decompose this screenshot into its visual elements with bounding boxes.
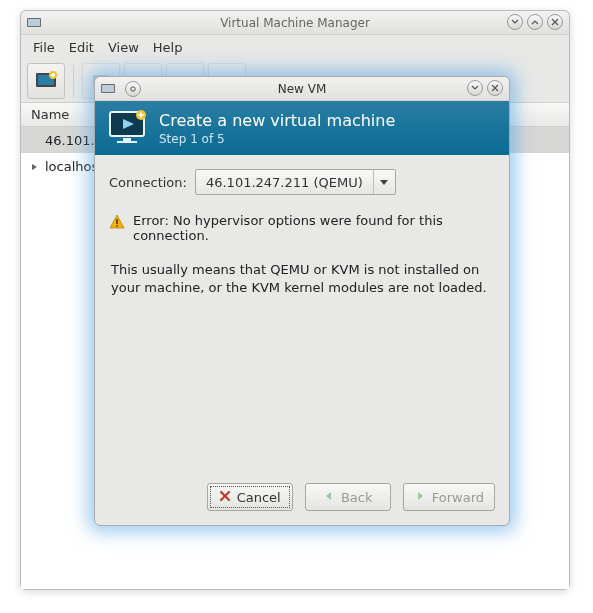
expand-arrow-icon[interactable] <box>31 159 41 174</box>
main-window-title: Virtual Machine Manager <box>21 16 569 30</box>
cancel-icon <box>219 490 231 505</box>
close-button[interactable] <box>547 14 563 30</box>
back-label: Back <box>341 490 373 505</box>
dialog-titlebar: New VM <box>95 77 509 101</box>
svg-marker-15 <box>32 164 37 170</box>
svg-point-18 <box>131 86 135 90</box>
dialog-pin-button[interactable] <box>125 81 141 97</box>
app-icon <box>101 83 115 95</box>
svg-rect-24 <box>117 141 137 143</box>
svg-rect-30 <box>116 219 118 224</box>
svg-marker-34 <box>326 492 331 500</box>
forward-label: Forward <box>432 490 484 505</box>
connection-select-value: 46.101.247.211 (QEMU) <box>196 175 373 190</box>
wizard-step: Step 1 of 5 <box>159 132 395 146</box>
dialog-body: Connection: 46.101.247.211 (QEMU) Error:… <box>95 155 509 473</box>
menu-edit[interactable]: Edit <box>63 38 100 57</box>
connection-label-text: Connection: <box>109 175 187 190</box>
toolbar-separator <box>73 65 74 97</box>
main-titlebar: Virtual Machine Manager <box>21 11 569 35</box>
dialog-actions: Cancel Back Forward <box>95 473 509 525</box>
menubar: File Edit View Help <box>21 35 569 59</box>
error-text: Error: No hypervisor options were found … <box>133 213 495 243</box>
dialog-close-button[interactable] <box>487 80 503 96</box>
svg-marker-35 <box>418 492 423 500</box>
back-arrow-icon <box>323 490 335 505</box>
forward-arrow-icon <box>414 490 426 505</box>
maximize-button[interactable] <box>527 14 543 30</box>
dialog-title: New VM <box>95 82 509 96</box>
wizard-title: Create a new virtual machine <box>159 111 395 130</box>
forward-button: Forward <box>403 483 495 511</box>
wizard-header: Create a new virtual machine Step 1 of 5 <box>95 101 509 155</box>
app-icon <box>27 17 41 29</box>
chevron-down-icon[interactable] <box>373 170 395 194</box>
error-description: This usually means that QEMU or KVM is n… <box>109 261 495 296</box>
back-button: Back <box>305 483 391 511</box>
svg-rect-31 <box>116 225 118 227</box>
svg-marker-28 <box>380 180 388 185</box>
cancel-label: Cancel <box>237 490 281 505</box>
dialog-minimize-button[interactable] <box>467 80 483 96</box>
svg-rect-27 <box>139 114 144 116</box>
warning-icon <box>109 214 125 233</box>
svg-rect-1 <box>28 19 40 26</box>
menu-file[interactable]: File <box>27 38 61 57</box>
monitor-icon <box>107 109 149 147</box>
cancel-button[interactable]: Cancel <box>207 483 293 511</box>
menu-help[interactable]: Help <box>147 38 189 57</box>
new-vm-button[interactable] <box>27 63 65 99</box>
menu-view[interactable]: View <box>102 38 145 57</box>
minimize-button[interactable] <box>507 14 523 30</box>
connection-select[interactable]: 46.101.247.211 (QEMU) <box>195 169 396 195</box>
new-vm-dialog: New VM Create a new virtual machine <box>94 76 510 526</box>
svg-rect-8 <box>51 74 55 76</box>
svg-rect-17 <box>102 85 114 92</box>
svg-rect-23 <box>123 138 131 141</box>
